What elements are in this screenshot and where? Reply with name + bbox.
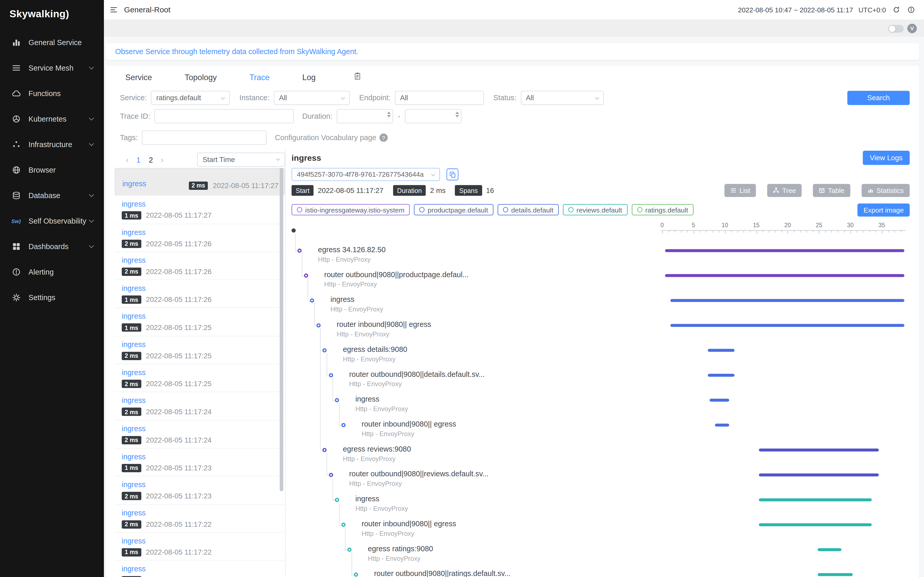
trace-item-meta: 2 ms 2022-08-05 11:17:23 [122, 492, 279, 500]
scrollbar[interactable] [280, 168, 283, 491]
trace-list-item[interactable]: ingress 1 ms 2022-08-05 11:17:22 [115, 533, 285, 561]
span-row[interactable]: router outbound|9080||productpage.defaul… [286, 271, 919, 295]
span-duration-bar[interactable] [665, 249, 905, 252]
span-dot[interactable] [297, 248, 302, 253]
info-icon[interactable] [906, 5, 916, 15]
sidebar-item-infrastructure[interactable]: Infrastructure [0, 132, 104, 157]
tab-trace[interactable]: Trace [249, 73, 270, 82]
trace-list-item[interactable]: ingress 2 ms 2022-08-05 11:17:26 [115, 252, 285, 280]
span-duration-bar[interactable] [759, 474, 879, 477]
span-row[interactable]: router outbound|9080||details.default.sv… [286, 370, 919, 395]
span-row[interactable]: ingressHttp - EnvoyProxy [286, 395, 919, 420]
search-button[interactable]: Search [847, 91, 910, 105]
time-range[interactable]: 2022-08-05 10:47 ~ 2022-08-05 11:17 [738, 6, 853, 13]
span-row[interactable]: router inbound|9080|| egressHttp - Envoy… [286, 520, 919, 545]
trace-list-item[interactable]: ingress 2 ms 2022-08-05 11:17:25 [115, 336, 285, 364]
sidebar-item-alerting[interactable]: Alerting [0, 259, 104, 285]
duration-max-input[interactable] [405, 109, 461, 123]
duration-min-input[interactable] [336, 109, 393, 123]
app: Skywalking) General Service Service Mesh… [0, 0, 924, 577]
span-row[interactable]: ingressHttp - EnvoyProxy [286, 495, 919, 520]
trace-list-item[interactable]: ingress 2 ms 2022-08-05 11:17:24 [115, 421, 285, 448]
span-dot[interactable] [291, 228, 296, 232]
tab-topology[interactable]: Topology [184, 73, 216, 82]
trace-list-item[interactable]: ingress 2 ms 2022-08-05 11:17:23 [115, 477, 285, 504]
trace-id-input[interactable] [154, 109, 294, 123]
sort-select[interactable]: Start Time [197, 152, 285, 166]
status-select[interactable]: All [520, 91, 604, 105]
main-card: Service Topology Trace Log Service: rati… [106, 66, 919, 577]
trace-list-item[interactable]: ingress 2 ms 2022-08-05 11:17:26 [115, 224, 285, 252]
timezone[interactable]: UTC+0:0 [858, 6, 886, 13]
span-row[interactable]: ingressHttp - EnvoyProxy [286, 295, 919, 321]
sidebar-item-self-observability[interactable]: Sw) Self Observability [0, 208, 104, 234]
trace-item-meta: 2 ms 2022-08-05 11:17:25 [122, 351, 279, 360]
trace-list-item[interactable]: ingress 2 ms 2022-08-05 11:17:22 [115, 561, 285, 577]
span-duration-bar[interactable] [670, 299, 905, 302]
page-2[interactable]: 2 [145, 156, 157, 164]
help-icon[interactable]: ? [379, 134, 388, 142]
span-duration-bar[interactable] [665, 274, 905, 277]
span-duration-bar[interactable] [759, 523, 872, 526]
service-select[interactable]: ratings.default [151, 91, 230, 105]
span-dot[interactable] [335, 498, 339, 502]
trace-list-item[interactable]: ingress 2 ms 2022-08-05 11:17:22 [115, 504, 285, 533]
endpoint-input[interactable] [395, 91, 484, 105]
sidebar-item-database[interactable]: Database [0, 183, 104, 208]
refresh-icon[interactable] [891, 5, 901, 15]
config-vocabulary-link[interactable]: Configuration Vocabulary page [275, 134, 376, 142]
tab-service[interactable]: Service [125, 73, 152, 82]
trace-list-item[interactable]: ingress 2 ms 2022-08-05 11:17:27 [115, 168, 285, 196]
span-row[interactable]: egress 34.126.82.50Http - EnvoyProxy [286, 246, 919, 271]
version-toggle[interactable] [888, 25, 904, 32]
sidebar-item-browser[interactable]: Browser [0, 157, 104, 183]
span-duration-bar[interactable] [715, 424, 729, 427]
trace-list-item[interactable]: ingress 1 ms 2022-08-05 11:17:26 [115, 280, 285, 308]
spinner-icons[interactable] [387, 111, 391, 118]
sidebar-item-general-service[interactable]: General Service [0, 30, 104, 55]
menu-icon[interactable] [108, 5, 118, 15]
span-dot[interactable] [323, 448, 327, 452]
trace-list-item[interactable]: ingress 2 ms 2022-08-05 11:17:25 [115, 364, 285, 392]
span-row[interactable]: egress details:9080Http - EnvoyProxy [286, 345, 919, 370]
span-row[interactable]: router inbound|9080|| egressHttp - Envoy… [286, 420, 919, 445]
span-duration-bar[interactable] [708, 349, 734, 352]
next-page-icon[interactable]: › [157, 155, 167, 164]
span-duration-bar[interactable] [670, 324, 905, 327]
span-dot[interactable] [310, 298, 314, 303]
sidebar-item-dashboards[interactable]: Dashboards [0, 234, 104, 259]
span-row[interactable]: router outbound|9080||ratings.default.sv… [286, 569, 919, 577]
tags-input[interactable] [142, 131, 267, 145]
span-dot[interactable] [323, 348, 327, 352]
span-dot[interactable] [347, 548, 351, 552]
span-duration-bar[interactable] [759, 448, 879, 451]
span-duration-bar[interactable] [710, 399, 729, 402]
span-duration-bar[interactable] [818, 573, 853, 576]
span-row[interactable]: egress reviews:9080Http - EnvoyProxy [286, 445, 919, 470]
trace-item-name: ingress [122, 509, 279, 517]
trace-list-item[interactable]: ingress 2 ms 2022-08-05 11:17:24 [115, 392, 285, 421]
trace-list-item[interactable]: ingress 1 ms 2022-08-05 11:17:23 [115, 448, 285, 477]
span-row[interactable]: router inbound|9080|| egressHttp - Envoy… [286, 321, 919, 345]
sidebar-item-settings[interactable]: Settings [0, 285, 104, 310]
spinner-icons[interactable] [455, 111, 459, 118]
prev-page-icon[interactable]: ‹ [122, 155, 132, 164]
span-row[interactable]: egress ratings:9080Http - EnvoyProxy [286, 545, 919, 569]
sidebar-item-functions[interactable]: Functions [0, 81, 104, 106]
trace-list-item[interactable]: ingress 1 ms 2022-08-05 11:17:25 [115, 308, 285, 336]
span-row[interactable]: router outbound|9080||reviews.default.sv… [286, 470, 919, 495]
page-1[interactable]: 1 [132, 156, 145, 164]
sidebar-item-service-mesh[interactable]: Service Mesh [0, 55, 104, 81]
span-duration-bar[interactable] [759, 498, 872, 501]
span-duration-bar[interactable] [818, 548, 842, 551]
sidebar-item-label: Kubernetes [29, 115, 66, 123]
span-duration-bar[interactable] [708, 374, 734, 377]
trace-list-item[interactable]: ingress 1 ms 2022-08-05 11:17:27 [115, 196, 285, 224]
clipboard-icon[interactable] [353, 72, 362, 82]
instance-select[interactable]: All [274, 91, 350, 105]
tab-log[interactable]: Log [302, 73, 316, 82]
span-dot[interactable] [335, 398, 339, 402]
gear-icon [11, 293, 21, 302]
skywalking-logo[interactable]: Skywalking) [0, 0, 104, 30]
sidebar-item-kubernetes[interactable]: Kubernetes [0, 106, 104, 132]
